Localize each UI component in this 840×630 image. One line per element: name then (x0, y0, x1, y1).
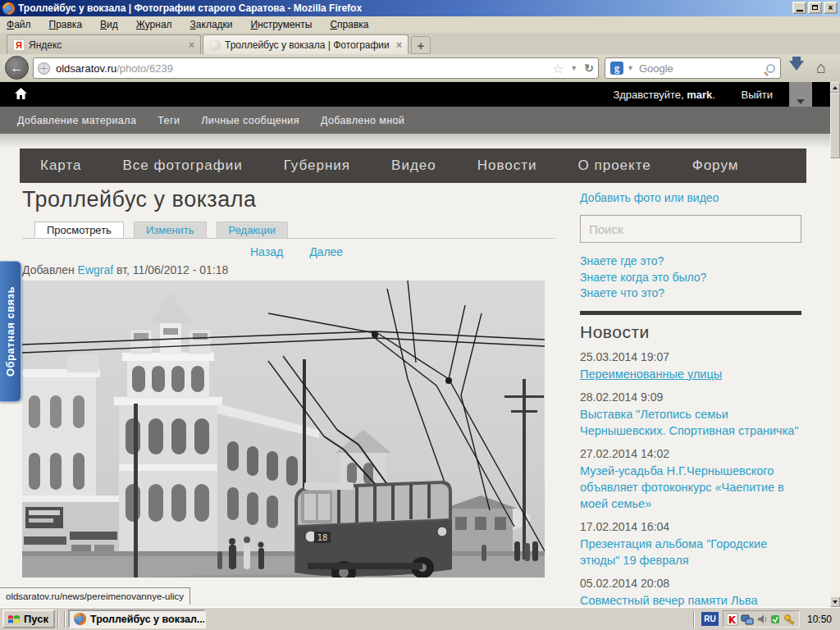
admin-link-messages[interactable]: Личные сообщения (201, 115, 299, 126)
menu-view[interactable]: Вид (100, 19, 118, 30)
close-button[interactable]: × (824, 2, 838, 14)
bookmark-star-icon[interactable]: ☆ (552, 61, 564, 76)
news-divider (580, 311, 801, 315)
header-shadow (0, 134, 830, 148)
news-date: 25.03.2014 19:07 (580, 350, 803, 364)
user-dropdown-button[interactable] (789, 82, 812, 109)
google-icon[interactable]: g (610, 62, 623, 75)
site-home-icon[interactable] (15, 88, 27, 103)
menu-bookmarks[interactable]: Закладки (190, 19, 233, 30)
tab-edit[interactable]: Изменить (134, 221, 207, 238)
site-top-bar: Здравствуйте, mark. Выйти (0, 82, 830, 107)
nav-map[interactable]: Карта (40, 158, 82, 174)
start-button[interactable]: Пуск (2, 609, 55, 628)
new-tab-button[interactable]: + (411, 36, 431, 54)
byline: Добавлен Ewgraf вт, 11/06/2012 - 01:18 (22, 263, 555, 276)
news-date: 05.02.2014 20:08 (580, 577, 803, 591)
admin-link-added-by-me[interactable]: Добавлено мной (321, 115, 404, 126)
taskbar-separator (693, 611, 695, 628)
know-where-link[interactable]: Знаете где это? (580, 253, 803, 270)
nav-gubernia[interactable]: Губерния (284, 158, 350, 174)
language-indicator[interactable]: RU (701, 612, 719, 626)
news-link[interactable]: Презентация альбома "Городские этюды" 19… (580, 536, 803, 568)
svg-text:K: K (728, 614, 737, 625)
scroll-down-button[interactable] (830, 596, 840, 607)
photo-pager: Назад Далее (22, 245, 555, 258)
windows-logo-icon (7, 614, 21, 625)
sidebar: Добавить фото или видео Знаете где это? … (580, 191, 803, 607)
browser-home-button[interactable]: ⌂ (816, 58, 826, 77)
restore-button[interactable] (808, 2, 822, 14)
news-link[interactable]: Музей-усадьба Н.Г.Чернышевского объявляе… (580, 463, 803, 512)
menu-history[interactable]: Журнал (136, 19, 172, 30)
tab-revisions[interactable]: Редакции (217, 221, 289, 238)
window-title: Троллейбус у вокзала | Фотографии старог… (18, 2, 362, 14)
url-path: /photo/6239 (116, 62, 173, 75)
menu-file[interactable]: Файл (7, 19, 31, 30)
updater-icon (771, 615, 779, 623)
reload-icon[interactable]: ↻ (584, 62, 594, 75)
downloads-button[interactable] (789, 61, 804, 71)
content-tabs: Просмотреть Изменить Редакции (22, 221, 555, 239)
page-title: Троллейбус у вокзала (22, 187, 555, 212)
know-when-link[interactable]: Знаете когда это было? (580, 270, 803, 286)
site-main-nav: Карта Все фотографии Губерния Видео Ново… (20, 148, 806, 183)
web-search-input[interactable] (639, 62, 766, 75)
scroll-thumb[interactable] (830, 93, 840, 158)
tab-current[interactable]: Троллейбус у вокзала | Фотографии с... × (203, 34, 409, 54)
admin-link-tags[interactable]: Теги (158, 115, 180, 126)
nav-video[interactable]: Видео (391, 158, 436, 174)
status-link-preview: oldsaratov.ru/news/pereimenovannye-ulicy (0, 587, 190, 605)
menu-edit[interactable]: Правка (49, 19, 83, 30)
url-bar[interactable]: oldsaratov.ru /photo/6239 ☆ ▼ ↻ (33, 57, 599, 79)
know-what-link[interactable]: Знаете что это? (580, 285, 803, 302)
scroll-up-button[interactable] (830, 82, 840, 93)
news-item: 27.02.2014 14:02 Музей-усадьба Н.Г.Черны… (580, 447, 803, 512)
urlbar-dropdown-icon[interactable]: ▼ (570, 64, 578, 72)
site-search-input[interactable] (580, 215, 801, 243)
tab-close-icon[interactable]: × (189, 39, 194, 51)
nav-all-photos[interactable]: Все фотографии (123, 158, 243, 174)
navigation-toolbar: ← oldsaratov.ru /photo/6239 ☆ ▼ ↻ g ▼ ⌂ (0, 54, 840, 82)
menu-bar: Файл Правка Вид Журнал Закладки Инструме… (0, 16, 840, 33)
vertical-scrollbar[interactable] (830, 82, 840, 607)
news-link[interactable]: Выставка "Летопись семьи Чернышевских. С… (580, 406, 803, 439)
task-button-firefox[interactable]: Троллейбус у вокзал... (68, 609, 206, 628)
feedback-tab[interactable]: Обратная связь (0, 261, 21, 402)
add-photo-link[interactable]: Добавить фото или видео (580, 191, 803, 204)
keys-icon (785, 614, 794, 624)
site-identity-icon[interactable] (38, 62, 50, 75)
news-date: 27.02.2014 14:02 (580, 447, 803, 461)
back-button[interactable]: ← (5, 56, 29, 80)
author-link[interactable]: Ewgraf (78, 263, 114, 276)
tab-yandex[interactable]: Я Яндекс × (7, 34, 201, 54)
search-bar[interactable]: g ▼ (605, 57, 781, 79)
tab-view[interactable]: Просмотреть (34, 221, 124, 238)
magnifier-icon[interactable] (766, 64, 775, 73)
news-link[interactable]: Переименованные улицы (580, 366, 803, 382)
menu-tools[interactable]: Инструменты (251, 19, 313, 30)
arrow-up-icon (833, 86, 838, 89)
pager-next-link[interactable]: Далее (309, 245, 343, 258)
nav-news[interactable]: Новости (477, 158, 537, 174)
news-date: 28.02.2014 9:09 (580, 390, 803, 404)
svg-text:18: 18 (317, 533, 328, 542)
photo: 18 (22, 281, 545, 578)
window-titlebar: Троллейбус у вокзала | Фотографии старог… (0, 0, 840, 16)
news-link[interactable]: Совместный вечер памяти Льва (580, 592, 803, 608)
minimize-button[interactable] (792, 2, 806, 14)
pager-back-link[interactable]: Назад (250, 245, 283, 258)
tab-close-icon[interactable]: × (396, 39, 402, 51)
firefox-icon (74, 613, 86, 625)
nav-forum[interactable]: Форум (692, 158, 739, 174)
system-tray: RU K 10:50 (691, 610, 840, 628)
arrow-down-icon (833, 600, 838, 604)
admin-link-add-material[interactable]: Добавление материала (17, 115, 136, 126)
menu-help[interactable]: Справка (330, 19, 368, 30)
nav-about[interactable]: О проекте (578, 158, 651, 174)
taskbar-clock: 10:50 (804, 614, 835, 625)
news-item: 28.02.2014 9:09 Выставка "Летопись семьи… (580, 390, 803, 439)
taskbar-separator (64, 611, 66, 628)
search-engine-dropdown-icon[interactable]: ▼ (627, 64, 634, 72)
logout-link[interactable]: Выйти (742, 89, 774, 101)
